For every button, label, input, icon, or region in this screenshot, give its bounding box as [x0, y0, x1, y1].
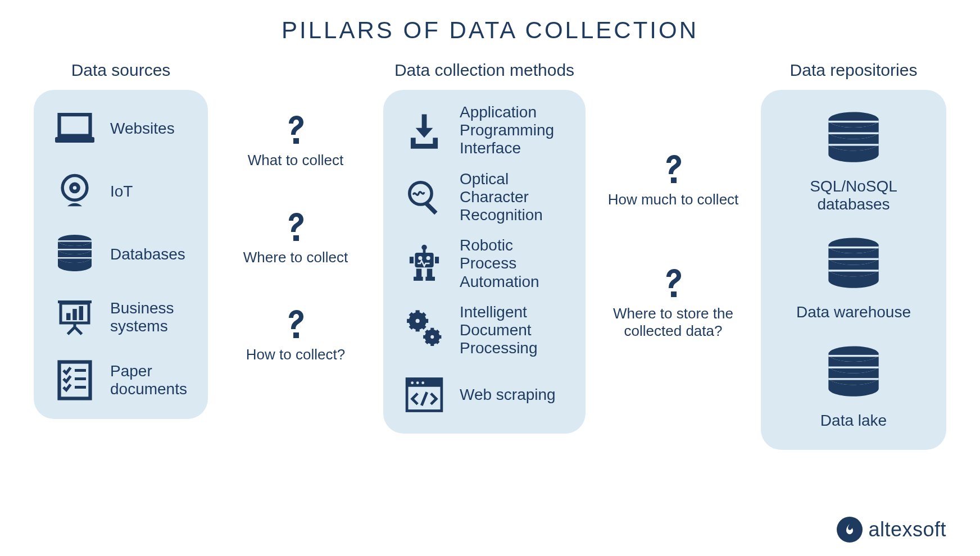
repo-data-lake: Data lake	[777, 344, 931, 430]
database-icon	[49, 229, 100, 280]
question-label: Where to collect	[243, 249, 348, 266]
svg-point-61	[828, 346, 878, 362]
svg-rect-5	[58, 240, 92, 242]
svg-point-39	[428, 332, 437, 341]
webcam-icon	[49, 166, 100, 217]
svg-rect-26	[416, 269, 422, 279]
laptop-icon	[49, 103, 100, 154]
method-idp: Intelligent Document Processing	[399, 303, 570, 358]
source-label: Websites	[110, 120, 175, 138]
svg-line-46	[426, 341, 428, 343]
method-api: Application Programming Interface	[399, 103, 570, 158]
method-web-scraping: Web scraping	[399, 370, 570, 420]
repo-label: Data lake	[820, 412, 887, 430]
question-how-much: How much to collect	[608, 151, 739, 208]
svg-point-51	[416, 382, 419, 385]
source-paper-documents: Paper documents	[49, 355, 192, 405]
svg-rect-18	[425, 202, 437, 215]
method-label: Application Programming Interface	[460, 103, 570, 158]
presentation-chart-icon	[49, 292, 100, 343]
question-mark-icon	[655, 265, 691, 300]
column-data-sources: Data sources Websites IoT Databases	[34, 61, 208, 419]
repo-warehouse: Data warehouse	[777, 236, 931, 321]
page-title: PILLARS OF DATA COLLECTION	[0, 0, 980, 44]
svg-rect-20	[423, 249, 426, 253]
source-label: Paper documents	[110, 362, 192, 398]
magnifier-wave-icon	[399, 172, 450, 222]
question-mark-icon	[278, 208, 314, 244]
question-where-store: Where to store the collected data?	[600, 265, 746, 340]
svg-line-45	[436, 341, 438, 343]
sources-pill: Websites IoT Databases Business systems	[34, 90, 208, 419]
source-label: IoT	[110, 183, 133, 200]
svg-point-52	[421, 382, 424, 385]
svg-line-36	[422, 326, 425, 329]
svg-point-23	[427, 256, 430, 260]
brand-logo: altexsoft	[837, 517, 946, 543]
download-icon	[399, 105, 450, 156]
question-label: What to collect	[248, 152, 344, 169]
method-rpa: Robotic Process Automation	[399, 236, 570, 291]
column-title-sources: Data sources	[71, 61, 171, 80]
svg-rect-58	[828, 247, 878, 248]
brand-name: altexsoft	[868, 518, 946, 541]
questions-right: How much to collect Where to store the c…	[600, 61, 746, 340]
svg-rect-62	[828, 354, 878, 356]
database-icon	[814, 344, 893, 406]
svg-rect-60	[828, 270, 878, 272]
svg-line-37	[410, 326, 413, 329]
column-title-methods: Data collection methods	[394, 61, 574, 80]
method-ocr: Optical Character Recognition	[399, 170, 570, 225]
repo-sql-nosql: SQL/NoSQL databases	[777, 110, 931, 213]
repos-pill: SQL/NoSQL databases Data warehouse Data …	[761, 90, 946, 450]
svg-rect-64	[828, 378, 878, 380]
svg-rect-54	[828, 121, 878, 122]
method-label: Optical Character Recognition	[460, 170, 570, 225]
method-label: Robotic Process Automation	[460, 236, 570, 291]
source-websites: Websites	[49, 103, 192, 154]
svg-rect-28	[414, 277, 423, 281]
svg-rect-27	[427, 269, 433, 279]
svg-rect-55	[828, 133, 878, 134]
source-databases: Databases	[49, 229, 192, 280]
robot-icon	[399, 238, 450, 289]
svg-rect-63	[828, 366, 878, 368]
method-label: Web scraping	[460, 386, 556, 404]
column-repositories: Data repositories SQL/NoSQL databases Da…	[761, 61, 946, 450]
question-how: How to collect?	[246, 306, 345, 363]
svg-point-50	[411, 382, 414, 385]
svg-rect-11	[72, 309, 77, 320]
repo-label: SQL/NoSQL databases	[777, 177, 931, 213]
database-icon	[814, 110, 893, 172]
question-mark-icon	[655, 151, 691, 186]
questions-left: What to collect Where to collect How to …	[223, 61, 369, 364]
code-window-icon	[399, 370, 450, 420]
source-iot: IoT	[49, 166, 192, 217]
diagram-stage: Data sources Websites IoT Databases	[0, 44, 980, 450]
source-label: Business systems	[110, 299, 192, 335]
checklist-icon	[49, 355, 100, 405]
question-label: Where to store the collected data?	[600, 305, 746, 340]
svg-rect-0	[55, 137, 94, 143]
svg-rect-7	[58, 257, 92, 259]
svg-rect-10	[66, 313, 71, 321]
svg-point-57	[828, 238, 878, 254]
question-mark-icon	[278, 306, 314, 341]
svg-rect-16	[75, 386, 86, 389]
column-title-repos: Data repositories	[790, 61, 918, 80]
svg-point-53	[828, 112, 878, 127]
question-what: What to collect	[248, 111, 344, 169]
svg-line-47	[436, 331, 438, 333]
gears-icon	[399, 305, 450, 356]
svg-rect-14	[75, 369, 86, 372]
svg-rect-6	[58, 249, 92, 250]
question-mark-icon	[278, 111, 314, 147]
svg-rect-56	[828, 144, 878, 145]
svg-line-38	[422, 313, 425, 316]
svg-line-35	[410, 313, 413, 316]
column-methods: Data collection methods Application Prog…	[383, 61, 586, 434]
question-where: Where to collect	[243, 208, 348, 266]
svg-rect-59	[828, 258, 878, 260]
method-label: Intelligent Document Processing	[460, 303, 570, 358]
repo-label: Data warehouse	[796, 303, 911, 321]
